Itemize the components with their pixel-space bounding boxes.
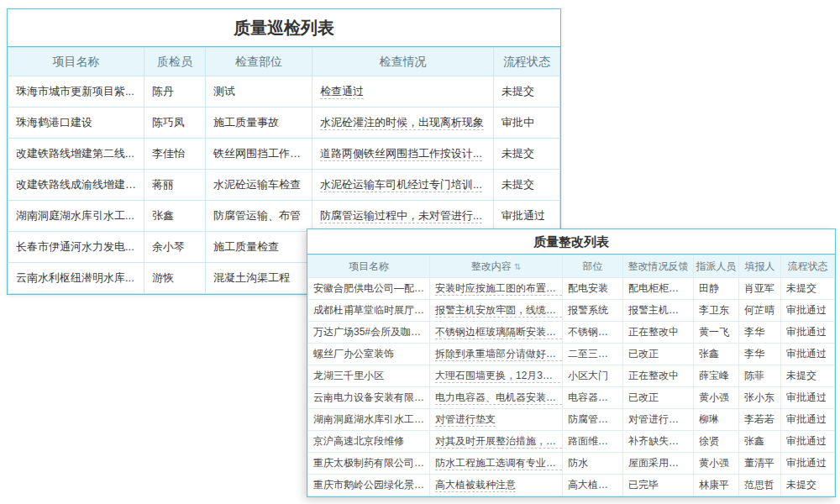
table-row: 龙湖三千里小区大理石围墙更换，12月31日之...小区大门正在整改中薛宝峰陈菲未… bbox=[308, 365, 835, 387]
assignee-name: 黄小强 bbox=[694, 453, 739, 475]
table-row: 云南电力设备安装有限公司20...电力电容器、电机器安装方案...电容器安装..… bbox=[308, 387, 835, 409]
assignee-name: 张鑫 bbox=[694, 344, 739, 365]
project-name-link[interactable]: 珠海市城市更新项目紫... bbox=[8, 76, 144, 108]
rectification-feedback: 对管进行垫支 bbox=[623, 409, 694, 431]
status-badge: 审批通过 bbox=[494, 201, 560, 232]
project-name-link[interactable]: 安徽合肥供电公司—配电设备... bbox=[308, 278, 430, 300]
rectification-content-text: 防水工程施工选调有专业资质... bbox=[435, 457, 563, 470]
rectification-table: 项目名称 整改内容 ⇅ 部位 整改情况反馈 指派人员 填报人 流程状态 安徽合肥… bbox=[307, 255, 835, 496]
project-name-link[interactable]: 重庆市鹅岭公园绿化景观提升... bbox=[308, 475, 430, 496]
inspection-header-row: 项目名称 质检员 检查部位 检查情况 流程状态 bbox=[8, 48, 560, 76]
assignee-name: 柳琳 bbox=[694, 409, 739, 431]
inspector-name: 蒋丽 bbox=[144, 170, 206, 201]
project-name-link[interactable]: 改建铁路线增建第二线... bbox=[8, 139, 144, 170]
table-row: 湖南洞庭湖水库引水工...张鑫防腐管运输、布管防腐管运输过程中，未对管进行...… bbox=[8, 201, 560, 232]
column-header-part: 部位 bbox=[563, 255, 623, 278]
inspection-situation: 道路两侧铁丝网围挡工作按设计... bbox=[312, 139, 494, 170]
rectification-part: 防腐管运输... bbox=[563, 409, 623, 431]
project-name-link[interactable]: 龙湖三千里小区 bbox=[308, 365, 430, 387]
project-name-link[interactable]: 重庆太极制药有限公司亳州中... bbox=[308, 453, 430, 475]
column-header-part: 检查部位 bbox=[206, 48, 312, 76]
table-row: 改建铁路线增建第二线...李佳怡铁丝网围挡工作检查道路两侧铁丝网围挡工作按设计.… bbox=[8, 139, 560, 170]
project-name-link[interactable]: 改建铁路线成渝线增建第... bbox=[8, 170, 144, 201]
status-badge: 审批通过 bbox=[781, 322, 835, 344]
status-badge: 未提交 bbox=[494, 170, 560, 201]
status-badge: 未提交 bbox=[781, 278, 835, 300]
column-header-project: 项目名称 bbox=[308, 255, 430, 278]
rectification-content-text: 报警主机安放牢固，线缆连接... bbox=[435, 304, 563, 318]
inspection-part: 测试 bbox=[206, 76, 312, 108]
rectification-header-row: 项目名称 整改内容 ⇅ 部位 整改情况反馈 指派人员 填报人 流程状态 bbox=[308, 255, 835, 278]
rectification-content: 防水工程施工选调有专业资质... bbox=[430, 453, 563, 475]
project-name-link[interactable]: 湖南洞庭湖水库引水工程施工标 bbox=[308, 409, 430, 431]
reporter-name: 李若若 bbox=[739, 409, 781, 431]
inspection-list-title: 质量巡检列表 bbox=[8, 9, 560, 47]
inspector-name: 游恢 bbox=[144, 263, 206, 294]
status-badge: 审批通过 bbox=[781, 300, 835, 322]
inspection-situation-text: 检查通过 bbox=[320, 85, 364, 99]
status-badge: 审批通过 bbox=[781, 431, 835, 453]
inspector-name: 陈巧凤 bbox=[144, 108, 206, 139]
inspection-part: 施工质量检查 bbox=[206, 232, 312, 263]
rectification-part: 防水 bbox=[563, 453, 623, 475]
column-header-content-label: 整改内容 bbox=[471, 260, 512, 272]
project-name-link[interactable]: 成都杜甫草堂临时展厅独立展... bbox=[308, 300, 430, 322]
reporter-name: 陈菲 bbox=[739, 365, 781, 387]
inspection-part: 水泥砼运输车检查 bbox=[206, 170, 312, 201]
status-badge: 审批通过 bbox=[781, 387, 835, 409]
rectification-part: 二至三楼混... bbox=[563, 344, 623, 365]
rectification-content-text: 拆除到承重墙部分请做好加固... bbox=[435, 348, 563, 361]
rectification-content: 安装时应按施工图的布置，将... bbox=[430, 278, 563, 300]
rectification-feedback: 补齐缺失标志... bbox=[623, 431, 694, 453]
project-name-link[interactable]: 云南水利枢纽潜明水库... bbox=[8, 263, 144, 294]
project-name-link[interactable]: 螺丝厂办公室装饰 bbox=[308, 344, 430, 365]
rectification-content-text: 安装时应按施工图的布置，将... bbox=[435, 282, 563, 296]
rectification-feedback: 配电柜柜体与... bbox=[623, 278, 694, 300]
column-header-inspector: 质检员 bbox=[144, 48, 206, 76]
assignee-name: 田静 bbox=[694, 278, 739, 300]
table-row: 安徽合肥供电公司—配电设备...安装时应按施工图的布置，将...配电安装配电柜柜… bbox=[308, 278, 835, 300]
inspector-name: 余小琴 bbox=[144, 232, 206, 263]
reporter-name: 李华 bbox=[739, 322, 781, 344]
rectification-feedback: 正在整改中 bbox=[623, 322, 694, 344]
column-header-status: 流程状态 bbox=[494, 48, 560, 76]
rectification-content-text: 电力电容器、电机器安装方案... bbox=[435, 391, 563, 405]
inspection-situation: 水泥砼灌注的时候，出现离析现象 bbox=[312, 108, 494, 139]
reporter-name: 张鑫 bbox=[739, 431, 781, 453]
inspection-part: 铁丝网围挡工作检查 bbox=[206, 139, 312, 170]
inspector-name: 李佳怡 bbox=[144, 139, 206, 170]
rectification-content: 对管进行垫支 bbox=[430, 409, 563, 431]
inspection-situation: 水泥砼运输车司机经过专门培训... bbox=[312, 170, 494, 201]
status-badge: 未提交 bbox=[494, 76, 560, 108]
rectification-list-card: 质量整改列表 项目名称 整改内容 ⇅ 部位 整改情况反馈 指派人员 填报人 流程… bbox=[307, 228, 836, 497]
rectification-feedback: 已改正 bbox=[623, 344, 694, 365]
rectification-content-text: 大理石围墙更换，12月31日之... bbox=[435, 370, 563, 383]
status-badge: 未提交 bbox=[494, 139, 560, 170]
project-name-link[interactable]: 京沪高速北京段维修 bbox=[308, 431, 430, 453]
inspection-part: 防腐管运输、布管 bbox=[206, 201, 312, 232]
column-header-content[interactable]: 整改内容 ⇅ bbox=[430, 255, 563, 278]
project-name-link[interactable]: 湖南洞庭湖水库引水工... bbox=[8, 201, 144, 232]
inspection-situation-text: 水泥砼运输车司机经过专门培训... bbox=[320, 178, 482, 192]
rectification-content: 拆除到承重墙部分请做好加固... bbox=[430, 344, 563, 365]
project-name-link[interactable]: 云南电力设备安装有限公司20... bbox=[308, 387, 430, 409]
rectification-content: 报警主机安放牢固，线缆连接... bbox=[430, 300, 563, 322]
project-name-link[interactable]: 珠海鹤港口建设 bbox=[8, 108, 144, 139]
inspection-situation-text: 防腐管运输过程中，未对管进行... bbox=[320, 209, 482, 223]
rectification-content-text: 对管进行垫支 bbox=[435, 413, 496, 427]
column-header-assignee: 指派人员 bbox=[694, 255, 739, 278]
rectification-content-text: 不锈钢边框玻璃隔断安装不牢... bbox=[435, 326, 563, 339]
rectification-content: 高大植被栽种注意 bbox=[430, 475, 563, 496]
sort-icon[interactable]: ⇅ bbox=[514, 262, 521, 271]
project-name-link[interactable]: 长春市伊通河水力发电... bbox=[8, 232, 144, 263]
rectification-feedback: 屋面采用聚氨... bbox=[623, 453, 694, 475]
column-header-feedback: 整改情况反馈 bbox=[623, 255, 694, 278]
table-row: 重庆太极制药有限公司亳州中...防水工程施工选调有专业资质...防水屋面采用聚氨… bbox=[308, 453, 835, 475]
rectification-part: 不锈钢安装... bbox=[563, 322, 623, 344]
assignee-name: 薛宝峰 bbox=[694, 365, 739, 387]
rectification-part: 报警系统 bbox=[563, 300, 623, 322]
reporter-name: 董清平 bbox=[739, 453, 781, 475]
status-badge: 审批通过 bbox=[781, 344, 835, 365]
project-name-link[interactable]: 万达广场35#会所及咖啡厅空... bbox=[308, 322, 430, 344]
rectification-content: 对其及时开展整治措施，桥头... bbox=[430, 431, 563, 453]
